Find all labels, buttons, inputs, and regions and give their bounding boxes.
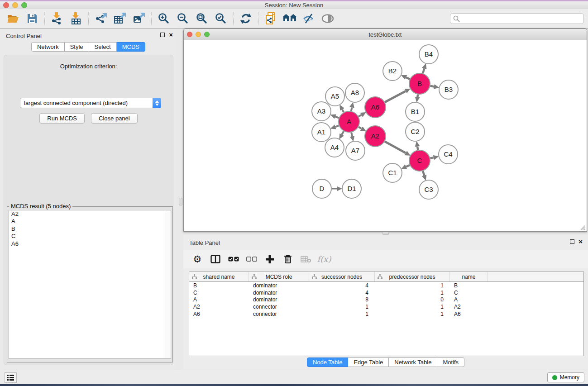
column-header-name[interactable]: name [450, 272, 488, 281]
table-cell[interactable]: 1 [375, 282, 450, 289]
first-neighbors-icon[interactable] [280, 11, 299, 26]
zoom-selected-icon[interactable] [211, 11, 230, 26]
float-panel-icon[interactable] [160, 33, 165, 37]
graph-edge-A-A3[interactable] [335, 117, 339, 118]
tab-edge-table[interactable]: Edge Table [348, 357, 389, 367]
table-cell[interactable]: A [450, 296, 488, 303]
graph-node-B4[interactable]: B4 [419, 45, 438, 64]
graph-edge-C-C2[interactable] [417, 147, 418, 150]
table-cell[interactable]: B [189, 282, 249, 289]
graph-node-C1[interactable]: C1 [383, 163, 402, 182]
tab-network[interactable]: Network [31, 42, 65, 52]
table-cell[interactable]: dominator [249, 282, 309, 289]
tab-motifs[interactable]: Motifs [437, 357, 464, 367]
graph-edge-C-C1[interactable] [406, 165, 410, 167]
search-field[interactable] [450, 13, 584, 24]
import-network-icon[interactable] [48, 11, 67, 26]
graph-node-B2[interactable]: B2 [383, 62, 402, 81]
table-cell[interactable]: connector [249, 304, 309, 310]
graph-edge-A-A4[interactable] [342, 131, 344, 134]
show-all-icon[interactable] [318, 11, 337, 26]
vertical-splitter-handle[interactable] [179, 198, 182, 205]
tab-network-table[interactable]: Network Table [389, 357, 437, 367]
graph-node-A6[interactable]: A6 [365, 97, 386, 118]
add-column-icon[interactable] [263, 253, 277, 266]
column-header-successor-nodes[interactable]: successor nodes [309, 272, 375, 281]
graph-node-A[interactable]: A [339, 111, 359, 132]
zoom-in-icon[interactable] [154, 11, 173, 26]
horizontal-splitter-handle[interactable] [382, 232, 389, 235]
graph-edge-B-B4[interactable] [423, 69, 424, 74]
graph-edge-A2-C[interactable] [385, 142, 406, 153]
graph-node-C[interactable]: C [409, 150, 430, 171]
table-cell[interactable]: A2 [450, 304, 488, 310]
network-window-titlebar[interactable]: testGlobe.txt [184, 29, 587, 40]
task-history-button[interactable] [5, 372, 17, 383]
tab-select[interactable]: Select [89, 42, 117, 52]
column-header-predecessor-nodes[interactable]: predecessor nodes [375, 272, 450, 281]
graph-node-C4[interactable]: C4 [439, 145, 458, 164]
graph-edge-A6-B[interactable] [385, 91, 406, 102]
node-table[interactable]: shared nameMCDS rolesuccessor nodesprede… [189, 272, 584, 356]
graph-node-A7[interactable]: A7 [346, 141, 365, 160]
tab-node-table[interactable]: Node Table [307, 357, 349, 367]
graph-edge-A-A6[interactable] [359, 115, 361, 116]
close-table-panel-icon[interactable]: × [578, 239, 583, 244]
graph-node-B[interactable]: B [409, 73, 430, 94]
export-network-icon[interactable] [91, 11, 110, 26]
resize-grip-icon[interactable] [579, 224, 586, 230]
result-list-item[interactable]: A [9, 218, 171, 225]
graph-node-A4[interactable]: A4 [325, 138, 344, 157]
hide-selected-icon[interactable] [299, 11, 318, 26]
graph-edge-A-A5[interactable] [342, 110, 344, 112]
graph-node-A3[interactable]: A3 [312, 102, 331, 121]
table-row[interactable]: Cdominator41C [189, 289, 583, 296]
result-list-item[interactable]: C [9, 233, 171, 240]
table-cell[interactable]: A6 [450, 311, 488, 317]
table-cell[interactable]: 4 [309, 290, 375, 296]
table-cell[interactable]: 1 [375, 304, 450, 310]
graph-node-D1[interactable]: D1 [342, 179, 361, 198]
tab-mcds[interactable]: MCDS [117, 42, 145, 52]
graph-edge-B-B2[interactable] [406, 77, 410, 79]
table-cell[interactable]: 1 [375, 290, 450, 296]
table-cell[interactable]: 1 [309, 304, 375, 310]
open-folder-icon[interactable] [4, 11, 23, 26]
graph-node-A1[interactable]: A1 [312, 123, 331, 142]
column-header-mcds-role[interactable]: MCDS role [249, 272, 309, 281]
delete-table-icon[interactable] [299, 253, 313, 266]
scrollbar-track[interactable] [165, 210, 171, 358]
function-builder-icon[interactable]: f(x) [317, 253, 331, 266]
column-view-icon[interactable] [209, 253, 222, 266]
table-cell[interactable]: C [189, 290, 249, 296]
table-cell[interactable]: 4 [309, 282, 375, 289]
table-row[interactable]: Adominator80A [189, 296, 583, 303]
graph-node-A5[interactable]: A5 [325, 87, 344, 106]
select-all-checkboxes-icon[interactable] [227, 253, 240, 266]
run-mcds-button[interactable]: Run MCDS [39, 113, 85, 124]
graph-edge-A-A2[interactable] [359, 127, 361, 129]
graph-node-A2[interactable]: A2 [365, 126, 386, 147]
graph-node-B3[interactable]: B3 [439, 80, 458, 99]
graph-node-C3[interactable]: C3 [419, 180, 438, 199]
tab-style[interactable]: Style [65, 42, 89, 52]
memory-button[interactable]: Memory [547, 372, 584, 382]
table-cell[interactable]: 1 [309, 311, 375, 317]
column-header-shared-name[interactable]: shared name [189, 272, 249, 281]
float-table-panel-icon[interactable] [570, 239, 574, 244]
close-panel-icon[interactable]: × [169, 33, 173, 37]
import-table-icon[interactable] [67, 11, 86, 26]
table-row[interactable]: A6connector11A6 [189, 310, 583, 318]
table-cell[interactable]: 1 [375, 311, 450, 317]
table-row[interactable]: A2connector11A2 [189, 303, 583, 310]
result-list-item[interactable]: B [9, 225, 171, 233]
table-cell[interactable]: A2 [189, 304, 249, 310]
table-cell[interactable]: dominator [249, 296, 309, 303]
graph-edge-B-B1[interactable] [417, 95, 418, 97]
table-cell[interactable]: 0 [375, 296, 450, 303]
save-icon[interactable] [23, 11, 42, 26]
table-cell[interactable]: A [189, 296, 249, 303]
table-cell[interactable]: A6 [189, 311, 249, 317]
export-table-icon[interactable] [110, 11, 129, 26]
close-panel-button[interactable]: Close panel [91, 113, 138, 124]
